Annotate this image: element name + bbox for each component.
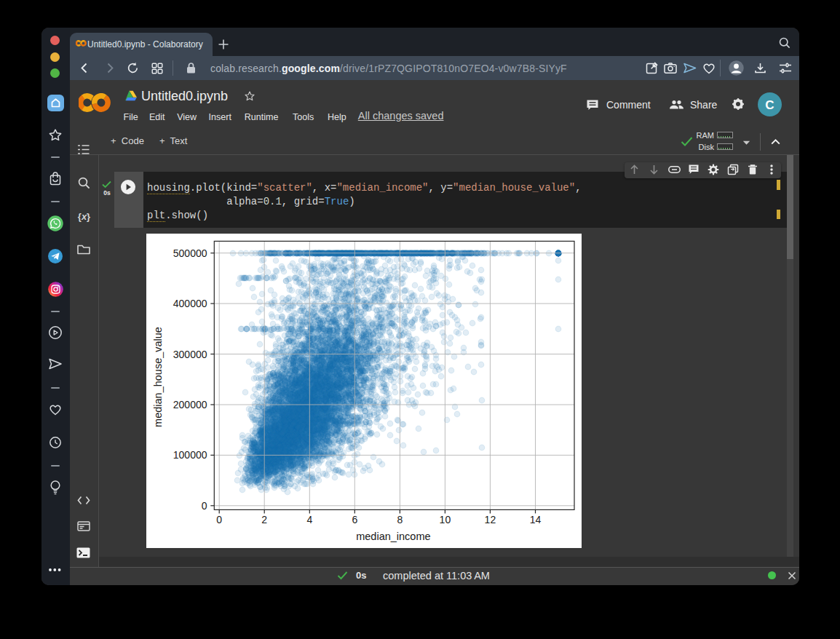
svg-text:0: 0 bbox=[202, 500, 207, 512]
svg-text:median_income: median_income bbox=[356, 531, 430, 542]
svg-text:12: 12 bbox=[485, 514, 496, 525]
svg-text:0: 0 bbox=[216, 514, 222, 525]
svg-text:4: 4 bbox=[306, 514, 312, 525]
svg-text:C: C bbox=[765, 98, 774, 112]
svg-text:2: 2 bbox=[261, 514, 267, 525]
svg-text:10: 10 bbox=[440, 514, 451, 525]
svg-text:200000: 200000 bbox=[173, 399, 207, 410]
svg-text:100000: 100000 bbox=[173, 449, 207, 461]
svg-text:300000: 300000 bbox=[173, 349, 207, 360]
svg-text:6: 6 bbox=[352, 514, 357, 525]
svg-text:400000: 400000 bbox=[173, 298, 207, 309]
svg-text:8: 8 bbox=[397, 514, 403, 525]
svg-text:14: 14 bbox=[530, 514, 542, 525]
svg-text:median_house_value: median_house_value bbox=[152, 327, 164, 427]
svg-text:500000: 500000 bbox=[173, 247, 207, 259]
svg-text:{x}: {x} bbox=[78, 211, 90, 222]
